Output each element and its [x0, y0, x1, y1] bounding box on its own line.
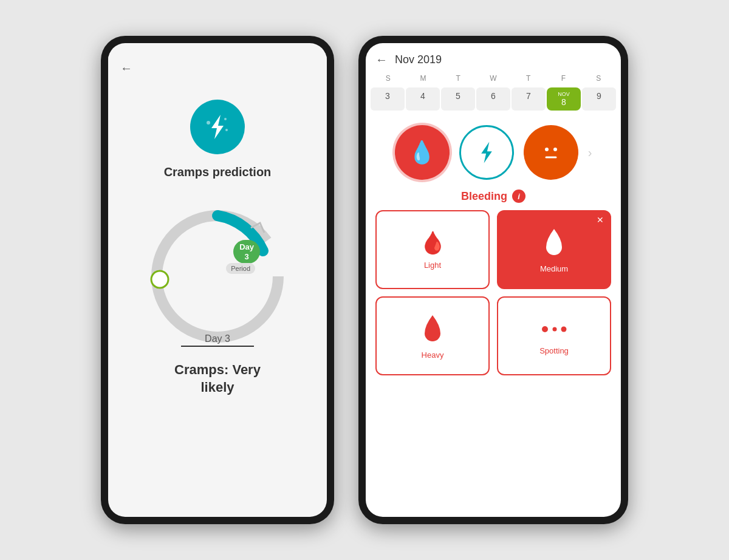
cal-month-label: Nov 2019: [395, 53, 442, 66]
mood-symptom[interactable]: [524, 125, 578, 180]
cramps-icon: [202, 112, 233, 142]
cal-dates-row: 3 4 5 6 7 NOV 8 9: [366, 87, 621, 115]
right-screen: ← Nov 2019 S M T W T F S 3 4 5 6 7: [366, 43, 621, 517]
bleeding-label-row: Bleeding i: [366, 190, 621, 210]
day-badge: Day3: [233, 240, 260, 264]
svg-point-4: [157, 216, 278, 337]
right-content: ← Nov 2019 S M T W T F S 3 4 5 6 7: [366, 43, 621, 517]
mood-icon: [536, 137, 566, 168]
cycle-container: Day3 Period Day 3: [139, 197, 296, 355]
cal-day-t2: T: [511, 72, 546, 85]
cal-days-header: S M T W T F S: [366, 72, 621, 85]
bleeding-option-heavy[interactable]: Heavy: [375, 296, 490, 375]
bleeding-option-light[interactable]: 🩸 Light: [375, 210, 490, 289]
medium-drop-icon: [541, 226, 567, 259]
svg-marker-6: [481, 142, 492, 163]
cal-day-w: W: [476, 72, 511, 85]
left-content: ← Cramps prediction: [108, 43, 327, 517]
left-screen: ← Cramps prediction: [108, 43, 327, 517]
period-label: Period: [226, 263, 255, 274]
bleeding-text: Bleeding: [461, 190, 507, 203]
cramps-prediction: Cramps: Verylikely: [174, 361, 261, 396]
spot3-icon: [561, 326, 567, 332]
cramps-symptom[interactable]: [459, 125, 514, 180]
light-drop-icon: 🩸: [419, 230, 447, 256]
heavy-drop-icon: [419, 312, 446, 346]
cal-date-8[interactable]: NOV 8: [547, 87, 581, 111]
chevron-right-icon[interactable]: ›: [588, 146, 592, 160]
svg-point-1: [207, 121, 210, 125]
back-button[interactable]: ←: [120, 61, 132, 75]
heavy-label: Heavy: [422, 350, 444, 360]
svg-point-10: [542, 326, 548, 332]
svg-point-2: [225, 129, 228, 131]
svg-point-3: [224, 118, 227, 120]
cal-day-f: F: [546, 72, 581, 85]
svg-point-8: [553, 148, 557, 151]
spotting-label: Spotting: [539, 346, 569, 355]
svg-point-7: [545, 148, 549, 151]
spot2-icon: [552, 327, 557, 332]
spot1-icon: [541, 326, 549, 333]
cal-date-4[interactable]: 4: [406, 87, 440, 111]
cal-date-9[interactable]: 9: [582, 87, 616, 111]
cal-day-s1: S: [371, 72, 406, 85]
left-header: ←: [108, 55, 327, 81]
right-phone: ← Nov 2019 S M T W T F S 3 4 5 6 7: [358, 36, 628, 524]
cal-date-5[interactable]: 5: [441, 87, 475, 111]
cal-date-3[interactable]: 3: [371, 87, 405, 111]
cal-day-s2: S: [581, 72, 616, 85]
cal-date-6[interactable]: 6: [476, 87, 510, 111]
cal-day-t1: T: [440, 72, 476, 85]
close-x-icon[interactable]: ✕: [597, 215, 604, 225]
svg-point-12: [561, 326, 567, 332]
cycle-ring: [139, 197, 296, 355]
nov-label: NOV: [548, 91, 580, 97]
cal-day-m: M: [406, 72, 441, 85]
bleeding-icon: 💧: [408, 140, 436, 165]
medium-label: Medium: [540, 264, 568, 273]
light-label: Light: [424, 261, 441, 270]
bleeding-option-spotting[interactable]: Spotting: [497, 296, 611, 375]
calendar-header: ← Nov 2019: [366, 43, 621, 72]
info-badge[interactable]: i: [512, 190, 525, 203]
symptoms-row: 💧 ›: [366, 115, 621, 190]
bleeding-options-grid: 🩸 Light ✕ Medium Heavy: [366, 210, 621, 383]
cramps-symptom-icon: [473, 139, 500, 166]
cramps-icon-circle: [190, 100, 245, 154]
bleeding-option-medium[interactable]: ✕ Medium: [497, 210, 611, 289]
day-label: Day 3: [181, 333, 254, 347]
cal-back-button[interactable]: ←: [375, 53, 388, 67]
cal-date-7[interactable]: 7: [512, 87, 546, 111]
left-phone: ← Cramps prediction: [101, 36, 334, 524]
bleeding-symptom[interactable]: 💧: [395, 125, 450, 180]
svg-point-5: [151, 271, 168, 288]
cramps-title: Cramps prediction: [164, 165, 272, 179]
svg-point-11: [553, 327, 557, 331]
svg-marker-0: [211, 115, 224, 139]
